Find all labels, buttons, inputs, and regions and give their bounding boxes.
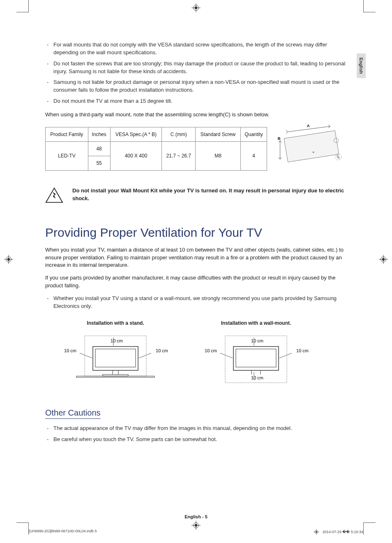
table-header-row: Product Family Inches VESA Spec.(A * B) …: [46, 127, 267, 141]
registration-mark-small-icon: [314, 529, 319, 535]
crop-mark-br: [363, 522, 376, 535]
svg-line-26: [280, 157, 282, 159]
ventilation-text-1: When you install your TV, maintain a dis…: [45, 246, 347, 270]
list-item: Do not fasten the screws that are too st…: [45, 60, 347, 76]
vesa-diagram-icon: A B: [276, 124, 347, 169]
svg-point-28: [313, 151, 314, 153]
svg-line-44: [139, 353, 151, 358]
svg-line-42: [80, 353, 92, 358]
cell-inches-1: 48: [88, 141, 110, 156]
install-stand-diagram-icon: 10 cm 10 cm 10 cm: [60, 328, 171, 386]
language-tab-label: English: [359, 58, 364, 74]
svg-rect-35: [93, 347, 138, 370]
ventilation-list: Whether you install your TV using a stan…: [45, 295, 347, 310]
registration-mark-left-icon: [4, 255, 13, 264]
install-stand-caption: Installation with a stand.: [60, 320, 171, 326]
cell-screw: M8: [196, 141, 241, 170]
spec-table: Product Family Inches VESA Spec.(A * B) …: [45, 127, 267, 171]
cell-qty: 4: [240, 141, 267, 170]
crop-mark-tr: [363, 0, 376, 12]
list-item: The actual appearance of the TV may diff…: [45, 425, 347, 432]
list-item: For wall mounts that do not comply with …: [45, 41, 347, 57]
install-wall-diagram-icon: 10 cm 10 cm 10 cm 10 cm: [201, 328, 311, 386]
svg-rect-40: [76, 376, 154, 377]
registration-mark-top-icon: [191, 3, 201, 12]
notice-list-1: For wall mounts that do not comply with …: [45, 41, 347, 105]
table-row: LED-TV 48 400 X 400 21.7 ~ 26.7 M8 4: [46, 141, 267, 156]
svg-line-19: [286, 132, 288, 133]
page-content: English For wall mounts that do not comp…: [45, 41, 347, 510]
cell-cmm: 21.7 ~ 26.7: [162, 141, 196, 170]
list-item: Do not mount the TV at more than a 15 de…: [45, 97, 347, 105]
svg-rect-36: [95, 349, 136, 367]
svg-text:10 cm: 10 cm: [205, 348, 217, 353]
th-family: Product Family: [46, 127, 88, 141]
warning-text: Do not install your Wall Mount Kit while…: [72, 187, 347, 203]
crop-mark-tl: [16, 0, 29, 12]
th-inches: Inches: [88, 127, 110, 141]
th-vesa: VESA Spec.(A * B): [110, 127, 162, 141]
install-wall-block: Installation with a wall-mount. 10 cm 10…: [201, 320, 311, 388]
registration-mark-right-icon: [379, 255, 388, 264]
svg-line-57: [279, 353, 292, 358]
th-qty: Quantity: [240, 127, 267, 141]
svg-text:10 cm: 10 cm: [296, 348, 309, 353]
page-footer: English - 5: [45, 514, 347, 519]
svg-text:10 cm: 10 cm: [111, 338, 123, 343]
svg-text:10 cm: 10 cm: [251, 375, 263, 380]
label-a: A: [307, 124, 310, 128]
svg-line-20: [328, 125, 330, 126]
language-tab: English: [357, 53, 366, 78]
label-b: B: [278, 136, 281, 141]
svg-point-30: [336, 154, 341, 159]
svg-line-55: [220, 353, 233, 358]
svg-rect-39: [103, 374, 128, 376]
th-cmm: C (mm): [162, 127, 196, 141]
indd-date: 2014-07-29 �� 5:15:34: [323, 530, 363, 534]
svg-text:10 cm: 10 cm: [64, 348, 76, 353]
svg-line-24: [280, 140, 282, 142]
cell-inches-2: 55: [88, 156, 110, 170]
list-item: Be careful when you touch the TV. Some p…: [45, 436, 347, 444]
list-item: Whether you install your TV using a stan…: [45, 295, 347, 310]
list-item: Samsung is not liable for product damage…: [45, 79, 347, 94]
svg-rect-48: [233, 347, 279, 370]
cell-family: LED-TV: [46, 141, 88, 170]
ventilation-text-2: If you use parts provided by another man…: [45, 274, 347, 290]
warning-icon: [45, 187, 63, 205]
install-stand-block: Installation with a stand. 10 cm 10 cm 1…: [60, 320, 171, 388]
th-screw: Standard Screw: [196, 127, 241, 141]
svg-marker-16: [284, 131, 339, 162]
install-wall-caption: Installation with a wall-mount.: [201, 320, 311, 326]
svg-text:10 cm: 10 cm: [156, 348, 168, 353]
svg-text:10 cm: 10 cm: [251, 338, 263, 343]
svg-line-18: [286, 130, 288, 132]
indd-filename: [UH6890-ZG]BN68-06710D-00L04.indb 5: [29, 529, 97, 535]
cautions-list: The actual appearance of the TV may diff…: [45, 425, 347, 444]
cell-vesa: 400 X 400: [110, 141, 162, 170]
indd-footer: [UH6890-ZG]BN68-06710D-00L04.indb 5 2014…: [29, 529, 363, 535]
registration-mark-bottom-icon: [191, 521, 201, 530]
warning-block: Do not install your Wall Mount Kit while…: [45, 187, 347, 205]
svg-rect-49: [236, 349, 276, 367]
svg-line-25: [279, 157, 280, 159]
crop-mark-bl: [16, 522, 29, 535]
svg-line-23: [279, 140, 280, 142]
heading-other-cautions: Other Cautions: [45, 408, 101, 419]
heading-ventilation: Providing Proper Ventilation for Your TV: [45, 226, 347, 240]
screw-length-note: When using a third-party wall mount, not…: [45, 111, 347, 119]
